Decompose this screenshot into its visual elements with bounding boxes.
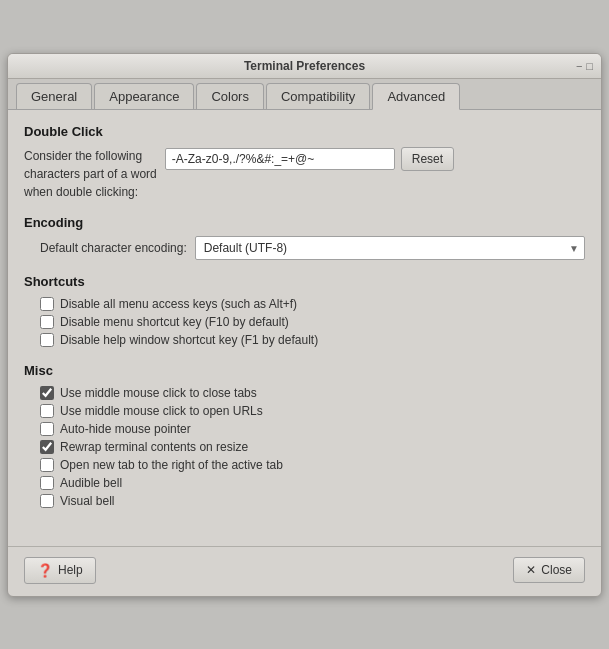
- open-new-tab-right-label: Open new tab to the right of the active …: [60, 458, 283, 472]
- window-title: Terminal Preferences: [244, 59, 365, 73]
- double-click-label: Consider the followingcharacters part of…: [24, 145, 157, 201]
- shortcuts-item-2: Disable help window shortcut key (F1 by …: [24, 331, 585, 349]
- preferences-window: Terminal Preferences − □ General Appeara…: [7, 53, 602, 597]
- audible-bell-label: Audible bell: [60, 476, 122, 490]
- minimize-button[interactable]: −: [576, 60, 582, 72]
- misc-item-0: Use middle mouse click to close tabs: [24, 384, 585, 402]
- disable-help-shortcut-checkbox[interactable]: [40, 333, 54, 347]
- shortcuts-item-0: Disable all menu access keys (such as Al…: [24, 295, 585, 313]
- misc-title: Misc: [24, 363, 585, 378]
- misc-item-6: Visual bell: [24, 492, 585, 510]
- tab-content: Double Click Consider the followingchara…: [8, 110, 601, 538]
- auto-hide-pointer-checkbox[interactable]: [40, 422, 54, 436]
- middle-click-urls-label: Use middle mouse click to open URLs: [60, 404, 263, 418]
- maximize-button[interactable]: □: [586, 60, 593, 72]
- shortcuts-title: Shortcuts: [24, 274, 585, 289]
- visual-bell-label: Visual bell: [60, 494, 114, 508]
- close-button[interactable]: ✕ Close: [513, 557, 585, 583]
- auto-hide-pointer-label: Auto-hide mouse pointer: [60, 422, 191, 436]
- encoding-row: Default character encoding: Default (UTF…: [24, 236, 585, 260]
- rewrap-contents-label: Rewrap terminal contents on resize: [60, 440, 248, 454]
- misc-section: Misc Use middle mouse click to close tab…: [24, 363, 585, 510]
- encoding-label: Default character encoding:: [40, 241, 187, 255]
- disable-menu-access-label: Disable all menu access keys (such as Al…: [60, 297, 297, 311]
- middle-click-close-checkbox[interactable]: [40, 386, 54, 400]
- double-click-input[interactable]: [165, 148, 395, 170]
- open-new-tab-right-checkbox[interactable]: [40, 458, 54, 472]
- double-click-section: Double Click Consider the followingchara…: [24, 124, 585, 201]
- reset-button[interactable]: Reset: [401, 147, 454, 171]
- visual-bell-checkbox[interactable]: [40, 494, 54, 508]
- help-button[interactable]: ❓ Help: [24, 557, 96, 584]
- middle-click-close-label: Use middle mouse click to close tabs: [60, 386, 257, 400]
- double-click-controls: Reset: [165, 147, 454, 171]
- close-icon: ✕: [526, 563, 536, 577]
- disable-help-shortcut-label: Disable help window shortcut key (F1 by …: [60, 333, 318, 347]
- help-icon: ❓: [37, 563, 53, 578]
- double-click-title: Double Click: [24, 124, 585, 139]
- help-label: Help: [58, 563, 83, 577]
- middle-click-urls-checkbox[interactable]: [40, 404, 54, 418]
- encoding-select[interactable]: Default (UTF-8) UTF-8 ISO-8859-1 ASCII: [195, 236, 585, 260]
- close-label: Close: [541, 563, 572, 577]
- misc-item-1: Use middle mouse click to open URLs: [24, 402, 585, 420]
- misc-item-3: Rewrap terminal contents on resize: [24, 438, 585, 456]
- rewrap-contents-checkbox[interactable]: [40, 440, 54, 454]
- misc-item-4: Open new tab to the right of the active …: [24, 456, 585, 474]
- misc-item-2: Auto-hide mouse pointer: [24, 420, 585, 438]
- encoding-section: Encoding Default character encoding: Def…: [24, 215, 585, 260]
- tab-appearance[interactable]: Appearance: [94, 83, 194, 109]
- footer: ❓ Help ✕ Close: [8, 546, 601, 596]
- misc-item-5: Audible bell: [24, 474, 585, 492]
- titlebar: Terminal Preferences − □: [8, 54, 601, 79]
- double-click-row: Consider the followingcharacters part of…: [24, 145, 585, 201]
- encoding-title: Encoding: [24, 215, 585, 230]
- tab-colors[interactable]: Colors: [196, 83, 264, 109]
- audible-bell-checkbox[interactable]: [40, 476, 54, 490]
- disable-menu-access-checkbox[interactable]: [40, 297, 54, 311]
- tab-compatibility[interactable]: Compatibility: [266, 83, 370, 109]
- tabs-bar: General Appearance Colors Compatibility …: [8, 79, 601, 110]
- encoding-select-wrapper: Default (UTF-8) UTF-8 ISO-8859-1 ASCII ▼: [195, 236, 585, 260]
- tab-advanced[interactable]: Advanced: [372, 83, 460, 110]
- disable-menu-shortcut-checkbox[interactable]: [40, 315, 54, 329]
- tab-general[interactable]: General: [16, 83, 92, 109]
- shortcuts-section: Shortcuts Disable all menu access keys (…: [24, 274, 585, 349]
- shortcuts-item-1: Disable menu shortcut key (F10 by defaul…: [24, 313, 585, 331]
- titlebar-controls: − □: [576, 60, 593, 72]
- disable-menu-shortcut-label: Disable menu shortcut key (F10 by defaul…: [60, 315, 289, 329]
